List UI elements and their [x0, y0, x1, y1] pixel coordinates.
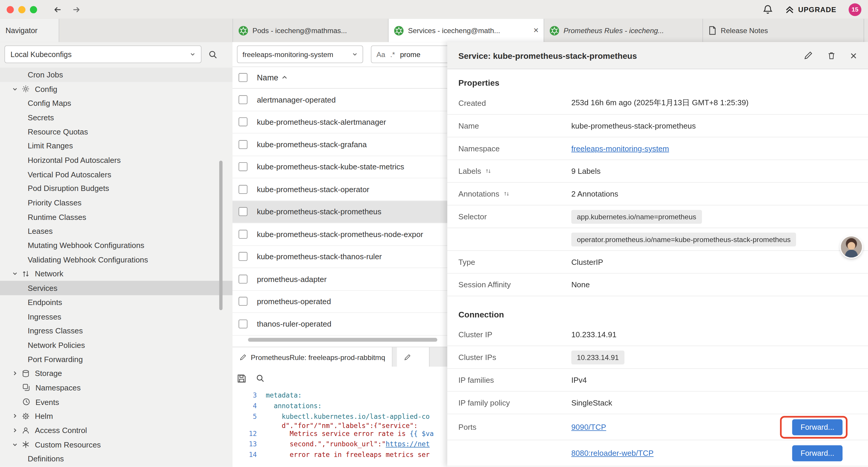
- property-value: 9 Labels: [571, 167, 857, 176]
- sidebar-item-ingress-classes[interactable]: Ingress Classes: [0, 324, 232, 338]
- sidebar-item-network-policies[interactable]: Network Policies: [0, 338, 232, 352]
- search-icon[interactable]: [208, 50, 218, 59]
- chevron-down-icon: [12, 442, 18, 447]
- table-row[interactable]: prometheus-adapter: [232, 268, 447, 291]
- table-row[interactable]: kube-prometheus-stack-kube-state-metrics: [232, 156, 447, 178]
- sidebar-item-validating-webhook-configurations[interactable]: Validating Webhook Configurations: [0, 253, 232, 267]
- sidebar-item-endpoints[interactable]: Endpoints: [0, 295, 232, 310]
- upgrade-button[interactable]: UPGRADE: [785, 5, 837, 14]
- notifications-bell-icon[interactable]: [763, 4, 773, 14]
- back-icon[interactable]: [53, 5, 62, 14]
- property-value: IPv4: [571, 375, 857, 384]
- editor-tab-prometheusrule[interactable]: PrometheusRule: freeleaps-prod-rabbitmq: [232, 347, 392, 367]
- table-row[interactable]: kube-prometheus-stack-operator: [232, 178, 447, 201]
- forward-icon[interactable]: [72, 5, 82, 14]
- sidebar-item-priority-classes[interactable]: Priority Classes: [0, 196, 232, 210]
- row-checkbox[interactable]: [239, 320, 248, 328]
- match-case-toggle[interactable]: Aa: [376, 50, 385, 59]
- row-checkbox[interactable]: [239, 118, 248, 126]
- sidebar-item-network[interactable]: Network: [0, 267, 232, 281]
- regex-toggle[interactable]: .*: [390, 50, 395, 59]
- sidebar-item-vertical-pod-autoscalers[interactable]: Vertical Pod Autoscalers: [0, 167, 232, 181]
- horizontal-scrollbar[interactable]: [248, 338, 437, 342]
- sidebar-item-events[interactable]: Events: [0, 395, 232, 409]
- editor-tab-partial[interactable]: [397, 347, 430, 367]
- table-row[interactable]: alertmanager-operated: [232, 89, 447, 111]
- row-checkbox[interactable]: [239, 230, 248, 238]
- sidebar-item-config-maps[interactable]: Config Maps: [0, 96, 232, 110]
- tab-argo[interactable]: Argo Se: [864, 19, 868, 42]
- avatar[interactable]: [841, 236, 862, 258]
- kubeconfig-selector[interactable]: Local Kubeconfigs: [4, 46, 202, 63]
- sidebar-item-mutating-webhook-configurations[interactable]: Mutating Webhook Configurations: [0, 238, 232, 253]
- sidebar-item-helm[interactable]: Helm: [0, 409, 232, 423]
- save-icon[interactable]: [237, 374, 246, 383]
- port-link-9090[interactable]: 9090/TCP: [571, 423, 606, 432]
- forward-button-9090[interactable]: Forward...: [793, 419, 843, 435]
- port-link-8080[interactable]: 8080:reloader-web/TCP: [571, 449, 654, 458]
- table-row[interactable]: prometheus-operated: [232, 291, 447, 313]
- row-checkbox[interactable]: [239, 185, 248, 194]
- table-row[interactable]: thanos-ruler-operated: [232, 313, 447, 335]
- sidebar-item-label: Secrets: [28, 113, 54, 122]
- row-checkbox[interactable]: [239, 95, 248, 104]
- sidebar-item-resource-quotas[interactable]: Resource Quotas: [0, 124, 232, 139]
- sidebar-item-ingresses[interactable]: Ingresses: [0, 310, 232, 324]
- editor-line-clipped: d","for"/"nm","labels":{"service":: [232, 422, 447, 428]
- sidebar-item-horizontal-pod-autoscalers[interactable]: Horizontal Pod Autoscalers: [0, 153, 232, 167]
- sidebar-item-leases[interactable]: Leases: [0, 224, 232, 238]
- sidebar-item-definitions[interactable]: Definitions: [0, 451, 232, 466]
- search-icon[interactable]: [256, 374, 265, 383]
- tab-release-notes[interactable]: Release Notes: [703, 19, 864, 42]
- sidebar-item-config[interactable]: Config: [0, 82, 232, 96]
- table-row[interactable]: kube-prometheus-stack-prometheus-node-ex…: [232, 223, 447, 245]
- minimize-window-button[interactable]: [18, 6, 25, 13]
- line-number: 14: [232, 451, 266, 459]
- tab-navigator[interactable]: Navigator: [0, 19, 59, 42]
- close-tab-icon[interactable]: ×: [533, 26, 539, 35]
- namespace-link[interactable]: freeleaps-monitoring-system: [571, 144, 669, 153]
- chevron-down-icon: [352, 52, 358, 57]
- sidebar-item-pod-disruption-budgets[interactable]: Pod Disruption Budgets: [0, 181, 232, 196]
- close-window-button[interactable]: [6, 6, 13, 13]
- yaml-editor[interactable]: 3metadata: 4 annotations: 5 kubectl.kube…: [232, 390, 447, 467]
- row-checkbox[interactable]: [239, 252, 248, 261]
- row-checkbox[interactable]: [239, 297, 248, 306]
- table-row[interactable]: kube-prometheus-stack-alertmanager: [232, 111, 447, 134]
- table-row-selected[interactable]: kube-prometheus-stack-prometheus: [232, 201, 447, 223]
- expand-updown-icon[interactable]: [485, 168, 492, 174]
- sidebar-item-storage[interactable]: Storage: [0, 366, 232, 380]
- sidebar-item-runtime-classes[interactable]: Runtime Classes: [0, 210, 232, 224]
- sidebar-item-secrets[interactable]: Secrets: [0, 110, 232, 124]
- sidebar-scrollbar[interactable]: [219, 160, 222, 310]
- chevron-down-icon: [190, 52, 195, 57]
- row-checkbox[interactable]: [239, 140, 248, 149]
- close-icon[interactable]: ×: [850, 50, 857, 61]
- tab-prometheus-rules[interactable]: Prometheus Rules - icecheng...: [544, 19, 703, 42]
- notification-count-badge[interactable]: 15: [848, 3, 861, 16]
- table-row[interactable]: kube-prometheus-stack-thanos-ruler: [232, 245, 447, 268]
- tab-services[interactable]: Services - icecheng@math... ×: [389, 19, 544, 42]
- zoom-window-button[interactable]: [30, 6, 37, 13]
- forward-button-8080[interactable]: Forward...: [793, 445, 843, 461]
- delete-trash-icon[interactable]: [827, 51, 836, 60]
- table-row[interactable]: kube-prometheus-stack-grafana: [232, 134, 447, 156]
- sidebar-item-cron-jobs[interactable]: Cron Jobs: [0, 68, 232, 82]
- search-input[interactable]: Aa .* prome: [371, 46, 447, 63]
- sidebar-item-services[interactable]: Services: [0, 281, 232, 295]
- services-list-panel: freeleaps-monitoring-system Aa .* prome …: [232, 42, 447, 467]
- row-checkbox[interactable]: [239, 274, 248, 284]
- sidebar-item-namespaces[interactable]: Namespaces: [0, 380, 232, 395]
- sidebar-item-limit-ranges[interactable]: Limit Ranges: [0, 139, 232, 153]
- expand-updown-icon[interactable]: [503, 191, 509, 197]
- row-checkbox[interactable]: [239, 162, 248, 171]
- name-column-header[interactable]: Name: [257, 73, 278, 82]
- sidebar-item-port-forwarding[interactable]: Port Forwarding: [0, 352, 232, 366]
- row-checkbox[interactable]: [239, 207, 248, 216]
- select-all-checkbox[interactable]: [239, 73, 248, 82]
- namespace-selector[interactable]: freeleaps-monitoring-system: [237, 46, 363, 63]
- edit-pencil-icon[interactable]: [803, 51, 812, 60]
- tab-pods[interactable]: Pods - icecheng@mathmas...: [233, 19, 389, 42]
- sidebar-item-custom-resources[interactable]: Custom Resources: [0, 437, 232, 451]
- sidebar-item-access-control[interactable]: Access Control: [0, 423, 232, 437]
